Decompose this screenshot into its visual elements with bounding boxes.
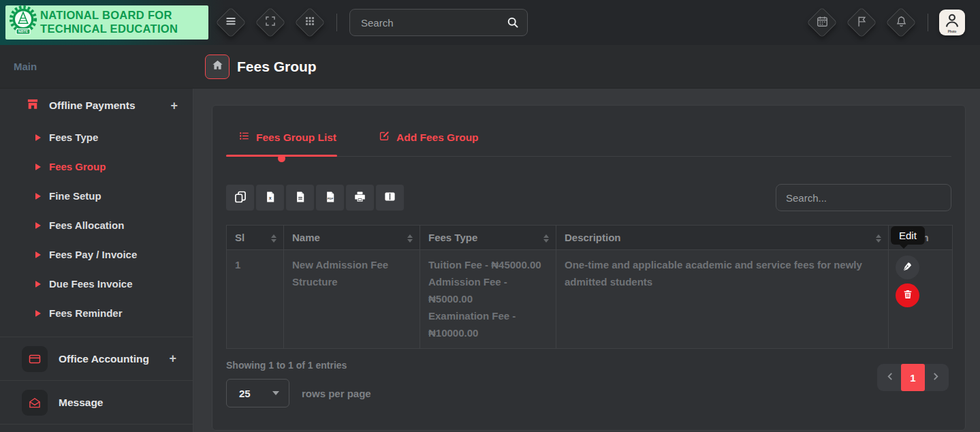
- calendar-icon: [816, 15, 829, 31]
- store-icon: [26, 97, 39, 114]
- expand-plus-icon: +: [170, 99, 178, 113]
- edit-button[interactable]: [896, 256, 919, 279]
- sidebar-item-fees-type[interactable]: Fees Type: [0, 123, 193, 152]
- page-1-button[interactable]: 1: [901, 364, 925, 391]
- caret-right-icon: [35, 281, 41, 288]
- sidebar: Offline Payments + Fees Type Fees Group …: [0, 89, 193, 432]
- sidebar-item-fees-reminder[interactable]: Fees Reminder: [0, 298, 193, 328]
- text-file-icon: [294, 191, 306, 205]
- home-icon: [211, 59, 224, 74]
- column-visibility-button[interactable]: [376, 185, 404, 211]
- column-header-description[interactable]: Description: [556, 226, 889, 250]
- copy-icon: [234, 190, 247, 206]
- sidebar-item-fees-group[interactable]: Fees Group: [0, 152, 193, 181]
- chevron-down-icon: [272, 391, 279, 395]
- caret-right-icon: [35, 310, 41, 317]
- edit-square-icon: [379, 130, 390, 144]
- cell-name: New Admission Fee Structure: [284, 250, 420, 349]
- export-excel-button[interactable]: x: [256, 185, 284, 211]
- reports-button[interactable]: [846, 7, 877, 38]
- rows-per-page-select[interactable]: 25: [226, 379, 289, 407]
- app-logo-text: NATIONAL BOARD FOR TECHNICAL EDUCATION: [40, 9, 178, 36]
- global-search: [349, 9, 528, 36]
- table-header-row: Sl Name Fees Type Description: [227, 226, 953, 250]
- svg-text:NBTE: NBTE: [18, 29, 29, 33]
- fees-group-table: Sl Name Fees Type Description: [226, 225, 953, 349]
- chevron-right-icon: [930, 371, 941, 384]
- sidebar-item-fine-setup[interactable]: Fine Setup: [0, 181, 193, 211]
- topbar-divider: [928, 14, 928, 31]
- cell-action: [889, 250, 953, 349]
- column-header-action: Action Edit: [889, 226, 953, 250]
- sort-icon[interactable]: [876, 234, 881, 243]
- trash-icon: [902, 289, 913, 302]
- column-header-fees-type[interactable]: Fees Type: [420, 226, 556, 250]
- card-tabs: Fees Group List Add Fees Group: [226, 106, 951, 144]
- delete-button[interactable]: [896, 283, 919, 307]
- global-search-input[interactable]: [349, 9, 528, 36]
- next-page-button[interactable]: [925, 364, 946, 391]
- caret-right-icon: [35, 164, 41, 170]
- table-toolbar: x PDF: [226, 184, 951, 211]
- previous-page-button[interactable]: [880, 364, 901, 391]
- calendar-button[interactable]: [806, 7, 838, 38]
- print-button[interactable]: [346, 185, 374, 211]
- table-search-input[interactable]: [776, 184, 951, 211]
- sort-icon[interactable]: [407, 234, 413, 243]
- active-tab-indicator: [226, 155, 337, 157]
- caret-right-icon: [35, 134, 41, 141]
- export-csv-button[interactable]: [286, 185, 314, 211]
- column-header-sl[interactable]: Sl: [227, 226, 284, 250]
- columns-icon: [383, 190, 396, 205]
- chevron-left-icon: [885, 371, 896, 384]
- sidebar-item-message[interactable]: Message: [0, 381, 193, 425]
- sort-icon[interactable]: [271, 234, 276, 243]
- fees-group-card: Fees Group List Add Fees Group: [212, 105, 966, 431]
- tab-add-fees-group[interactable]: Add Fees Group: [379, 130, 479, 144]
- entries-summary: Showing 1 to 1 of 1 entries: [226, 360, 951, 371]
- breadcrumb-band: Main Fees Group: [0, 45, 980, 89]
- excel-file-icon: x: [264, 191, 276, 205]
- main-content: Fees Group List Add Fees Group: [193, 89, 980, 432]
- app-logo[interactable]: NBTE NATIONAL BOARD FOR TECHNICAL EDUCAT…: [5, 5, 208, 40]
- pen-nib-icon: [902, 261, 913, 275]
- fullscreen-icon: [264, 15, 276, 30]
- sidebar-group-offline-payments[interactable]: Offline Payments +: [0, 89, 193, 123]
- pagination: 1: [877, 364, 949, 391]
- sidebar-item-office-accounting[interactable]: Office Accounting +: [0, 337, 193, 381]
- tab-label: Fees Group List: [256, 132, 336, 144]
- tab-fees-group-list[interactable]: Fees Group List: [238, 130, 336, 144]
- sidebar-item-due-fees-invoice[interactable]: Due Fees Invoice: [0, 269, 193, 298]
- sidebar-item-fees-allocation[interactable]: Fees Allocation: [0, 211, 193, 240]
- pdf-file-icon: PDF: [324, 191, 336, 205]
- mail-icon: [22, 390, 48, 416]
- user-avatar[interactable]: Photo: [939, 10, 965, 35]
- credit-card-icon: [22, 346, 48, 372]
- sidebar-item-fees-pay-invoice[interactable]: Fees Pay / Invoice: [0, 240, 193, 269]
- fullscreen-button[interactable]: [255, 7, 286, 38]
- svg-text:x: x: [268, 196, 271, 201]
- grid-icon: [304, 15, 316, 30]
- home-breadcrumb-button[interactable]: [205, 55, 230, 79]
- page-title: Fees Group: [237, 59, 317, 75]
- top-navbar: NBTE NATIONAL BOARD FOR TECHNICAL EDUCAT…: [0, 0, 980, 45]
- caret-right-icon: [35, 193, 41, 200]
- column-header-name[interactable]: Name: [284, 226, 420, 250]
- export-pdf-button[interactable]: PDF: [316, 185, 344, 211]
- topbar-divider: [336, 14, 337, 31]
- caret-right-icon: [35, 251, 41, 258]
- list-icon: [238, 130, 250, 144]
- sidebar-toggle-button[interactable]: [215, 7, 247, 38]
- export-copy-button[interactable]: [226, 185, 254, 211]
- notifications-button[interactable]: [885, 7, 917, 38]
- avatar-caption: Photo: [948, 30, 957, 33]
- bell-icon: [895, 15, 908, 31]
- nbte-emblem-icon: NBTE: [7, 5, 39, 40]
- sort-icon[interactable]: [543, 234, 549, 243]
- svg-text:PDF: PDF: [327, 196, 333, 200]
- cell-description: One-time and applicable academic and ser…: [556, 250, 889, 349]
- quick-grid-button[interactable]: [294, 7, 326, 38]
- cell-sl: 1: [227, 250, 284, 349]
- sidebar-section-label: Main: [14, 61, 37, 72]
- search-icon[interactable]: [506, 16, 520, 32]
